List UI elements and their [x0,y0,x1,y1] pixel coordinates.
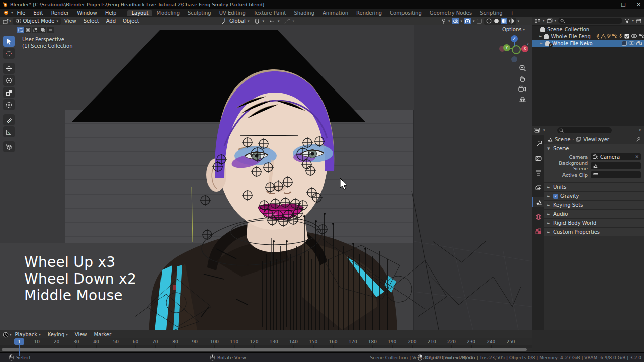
menu-help[interactable]: Help [101,10,121,16]
workspace-tab-modeling[interactable]: Modeling [152,10,184,16]
workspace-tab-sculpting[interactable]: Sculpting [184,10,215,16]
options-dropdown[interactable]: Options▾ [502,27,525,32]
property-field-active-clip[interactable] [591,171,641,178]
section-header-scene[interactable]: ▼Scene [544,144,644,153]
section-header-keying-sets[interactable]: ►Keying Sets [544,201,644,209]
maximize-button[interactable]: □ [621,2,625,7]
tab-render[interactable] [532,153,544,163]
viewport-menu-add[interactable]: Add [103,18,119,24]
property-field-camera[interactable]: Camera✕ [591,153,641,160]
disclosure-triangle-icon[interactable]: ► [539,34,542,38]
disclosure-triangle-icon[interactable]: ► [539,41,543,45]
outliner-row-scene-collection[interactable]: Scene Collection [532,26,644,33]
menu-edit[interactable]: Edit [29,10,47,16]
workspace-tab-rendering[interactable]: Rendering [352,10,386,16]
menu-file[interactable]: File [13,10,30,16]
sidebar-toggle-arrow[interactable]: ‹ [527,41,529,47]
tab-viewlayer[interactable] [532,183,544,193]
render-visibility-toggle[interactable] [636,41,642,46]
breadcrumb-viewlayer[interactable]: ViewLayer [583,137,609,142]
pin-icon[interactable] [636,137,641,142]
tool-cursor[interactable] [3,48,15,59]
tool-add-cube[interactable] [3,141,15,152]
viewport-menu-select[interactable]: Select [80,18,103,24]
viewport-3d[interactable]: User Perspective (1) Scene Collection Op… [0,25,532,330]
zoom-icon[interactable] [519,64,526,72]
blender-menu-icon[interactable] [3,10,10,16]
tool-measure[interactable] [3,126,15,137]
workspace-tab-uv-editing[interactable]: UV Editing [215,10,250,16]
workspace-tab-layout[interactable]: Layout [127,10,152,16]
outliner-search-input[interactable] [558,18,622,24]
timeline-menu-keying[interactable]: Keying▾ [44,332,71,337]
workspace-tab-texture-paint[interactable]: Texture Paint [250,10,290,16]
gravity-checkbox[interactable]: ✓ [553,194,558,199]
tab-output[interactable] [532,168,544,178]
outliner-row-whole-file-neko[interactable]: ►2Whole File Neko [532,40,644,47]
exclude-checkbox[interactable] [622,41,627,46]
render-visibility-toggle[interactable] [639,34,644,39]
show-overlays-toggle[interactable] [452,18,459,24]
select-lasso-button[interactable] [39,27,46,33]
shading-solid-button[interactable] [493,18,500,24]
section-header-units[interactable]: ►Units [544,183,644,191]
editor-type-icon[interactable] [2,18,9,25]
tab-world[interactable] [532,212,544,222]
xray-toggle[interactable] [464,18,471,24]
menu-window[interactable]: Window [73,10,101,16]
tool-scale[interactable] [3,87,15,98]
section-header-rigid-body-world[interactable]: ►Rigid Body World [544,219,644,227]
pan-hand-icon[interactable] [519,75,526,82]
tool-move[interactable] [3,63,15,74]
select-box-button[interactable] [24,27,31,33]
hide-eye-toggle[interactable] [628,41,635,46]
new-collection-icon[interactable] [636,18,642,24]
mode-dropdown[interactable]: Object Mode ▾ [13,18,61,25]
outliner-editor-icon[interactable] [534,18,541,24]
select-tweak-button[interactable] [17,27,24,33]
workspace-tab-geometry-nodes[interactable]: Geometry Nodes [426,10,476,16]
timeline-editor-icon[interactable] [3,332,10,338]
workspace-tab-shading[interactable]: Shading [290,10,318,16]
tool-rotate[interactable] [3,75,15,86]
tool-annotate[interactable] [3,114,15,125]
menu-render[interactable]: Render [47,10,73,16]
hide-eye-toggle[interactable] [631,34,637,39]
shading-material-button[interactable] [501,18,507,24]
tool-transform[interactable] [3,99,15,110]
workspace-tab-scripting[interactable]: Scripting [476,10,506,16]
section-header-gravity[interactable]: ►✓Gravity [544,192,644,200]
camera-view-icon[interactable] [518,85,526,93]
close-button[interactable]: ✕ [637,2,641,7]
navigation-gizmo[interactable]: Z X Y [498,33,530,65]
select-intersect-button[interactable] [47,27,54,33]
properties-editor-icon[interactable] [534,127,541,133]
show-gizmo-icon[interactable] [441,18,447,24]
viewport-menu-object[interactable]: Object [119,18,143,24]
shading-rendered-button[interactable] [508,18,515,24]
display-mode-icon[interactable] [547,18,553,24]
add-workspace-button[interactable]: + [507,10,518,16]
clear-icon[interactable]: ✕ [635,154,639,159]
properties-search-input[interactable] [557,127,612,133]
tool-select-box[interactable] [3,36,15,47]
select-circle-button[interactable] [32,27,39,33]
orthographic-grid-icon[interactable] [519,96,526,103]
timeline-scrollbar[interactable] [2,348,527,351]
proportional-edit-icon[interactable] [269,18,276,24]
section-header-audio[interactable]: ►Audio [544,210,644,218]
timeline-menu-view[interactable]: View [71,332,91,337]
tab-tool[interactable] [532,139,544,149]
timeline-ruler[interactable]: 1020304050607080901001101201301401501601… [0,338,532,345]
timeline-menu-playback[interactable]: Playback▾ [12,332,44,337]
timeline-menu-marker[interactable]: Marker [91,332,115,337]
section-header-custom-properties[interactable]: ►Custom Properties [544,228,644,236]
orientation-label[interactable]: Global [229,18,246,24]
filter-icon[interactable] [624,18,630,24]
shading-wireframe-button[interactable] [486,18,492,24]
workspace-tab-compositing[interactable]: Compositing [386,10,426,16]
property-field-background-scene[interactable] [591,162,641,169]
outliner-row-whole-file-feng[interactable]: ►Whole File Feng [532,33,644,40]
breadcrumb-scene[interactable]: Scene [555,137,571,142]
workspace-tab-animation[interactable]: Animation [318,10,352,16]
